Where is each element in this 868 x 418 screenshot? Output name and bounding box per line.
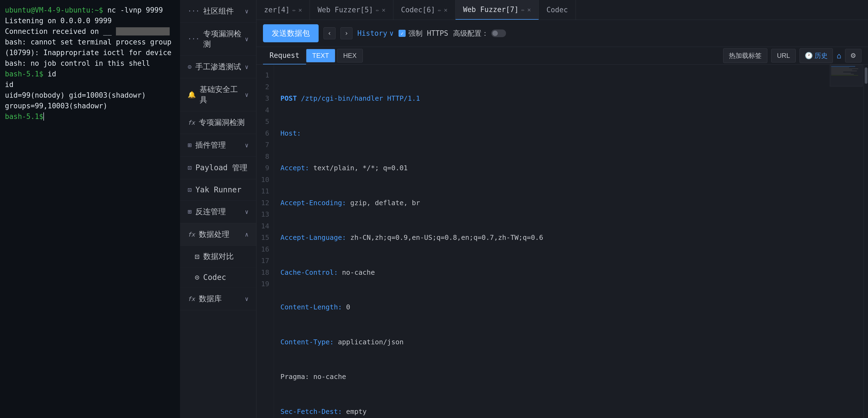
- line-numbers: 1 2 3 4 5 6 7 8 9 10 11 12 13 14 15 16 1…: [256, 65, 274, 418]
- tab-label: Web Fuzzer[5]: [317, 6, 373, 14]
- scroll-track[interactable]: [864, 65, 868, 418]
- https-checkbox-group: ✓ 强制 HTTPS: [399, 29, 448, 38]
- editor-minimap: [830, 65, 863, 87]
- send-button[interactable]: 发送数据包: [263, 24, 319, 42]
- compare-icon: ⊡: [195, 252, 199, 261]
- advanced-label: 高级配置：: [453, 29, 489, 38]
- tab-webfuzzer7[interactable]: Web Fuzzer[7] ✏ ✕: [456, 0, 539, 20]
- tab-label: Codec[6]: [401, 6, 435, 14]
- tab-codec6[interactable]: Codec[6] ✏ ✕: [393, 0, 456, 20]
- sidebar-item-reverse[interactable]: ⊞ 反连管理 ∨: [180, 201, 256, 223]
- chevron-down-icon: ∨: [245, 8, 249, 15]
- sidebar-item-vuln1[interactable]: ··· 专项漏洞检测 ∨: [180, 23, 256, 56]
- chevron-down-icon: ∨: [245, 36, 249, 42]
- terminal-prompt-2: bash-5.1$: [5, 70, 43, 78]
- vuln2-icon: fx: [188, 119, 195, 126]
- clock-icon: 🕐: [805, 52, 813, 59]
- sidebar-item-plugins[interactable]: ⊞ 插件管理 ∨: [180, 134, 256, 157]
- sidebar-sub-label: Codec: [203, 273, 226, 282]
- code-line-4: Accept-Encoding: gzip, deflate, br: [280, 197, 857, 209]
- community-icon: ···: [188, 7, 199, 15]
- sidebar-sub-label: 数据对比: [203, 251, 234, 262]
- terminal-line-4: bash: cannot set terminal process group …: [5, 37, 175, 58]
- sidebar-item-label: 基础安全工具: [200, 84, 245, 105]
- payload-icon: ⊡: [188, 164, 191, 172]
- history-button[interactable]: History ∨: [358, 29, 394, 37]
- code-line-9: Pragma: no-cache: [280, 371, 857, 383]
- sidebar-sub-item-compare[interactable]: ⊡ 数据对比: [180, 246, 256, 267]
- url-button[interactable]: URL: [771, 49, 796, 62]
- advanced-toggle[interactable]: [491, 29, 506, 37]
- close-icon[interactable]: ✕: [444, 6, 447, 13]
- https-checkbox[interactable]: ✓: [399, 30, 406, 37]
- tab-label: Codec: [547, 6, 568, 14]
- terminal-line-8: uid=99(nobody) gid=10003(shadowr) groups…: [5, 90, 175, 111]
- terminal-line-9: bash-5.1$: [5, 111, 175, 122]
- prev-button[interactable]: ‹: [323, 27, 336, 39]
- sidebar-item-label: 反连管理: [195, 207, 226, 217]
- history-label: 历史: [814, 51, 828, 60]
- sidebar-item-label: Yak Runner: [195, 185, 241, 194]
- hot-load-button[interactable]: 热加载标签: [723, 48, 767, 63]
- settings-button[interactable]: ⚙: [845, 49, 862, 62]
- edit-icon[interactable]: ✏: [292, 6, 296, 13]
- code-line-6: Cache-Control: no-cache: [280, 267, 857, 278]
- yakrunner-icon: ⊡: [188, 186, 191, 194]
- history-icon-button[interactable]: 🕐 历史: [800, 48, 833, 63]
- sidebar-item-vuln2[interactable]: fx 专项漏洞检测: [180, 111, 256, 134]
- toolbar-right: 热加载标签 URL 🕐 历史 ⌂ ⚙: [723, 48, 862, 63]
- terminal-line-2: Listening on 0.0.0.0 9999: [5, 16, 175, 26]
- chevron-down-icon: ∨: [245, 296, 249, 302]
- code-line-7: Content-Length: 0: [280, 301, 857, 313]
- sidebar-item-label: 数据处理: [199, 229, 229, 240]
- code-line-1: POST /ztp/cgi-bin/handler HTTP/1.1: [280, 93, 857, 104]
- sidebar-item-basic[interactable]: 🔔 基础安全工具 ∨: [180, 78, 256, 111]
- edit-icon[interactable]: ✏: [521, 6, 525, 13]
- next-button[interactable]: ›: [340, 27, 352, 39]
- code-line-2: Host:: [280, 128, 857, 140]
- sidebar-item-label: 专项漏洞检测: [199, 117, 245, 128]
- history-label: History: [358, 29, 388, 37]
- terminal-line-1: ubuntu@VM-4-9-ubuntu:~$ nc -lvnp 9999: [5, 5, 175, 16]
- tab-webfuzzer5[interactable]: Web Fuzzer[5] ✏ ✕: [310, 0, 393, 20]
- sidebar-item-payload[interactable]: ⊡ Payload 管理: [180, 157, 256, 179]
- sidebar-item-label: 社区组件: [203, 6, 234, 17]
- terminal-line-6: bash-5.1$ id: [5, 69, 175, 80]
- reverse-icon: ⊞: [188, 208, 191, 215]
- tab-label: zer[4]: [264, 6, 290, 14]
- text-format-btn[interactable]: TEXT: [306, 49, 335, 62]
- sidebar-item-data[interactable]: fx 数据处理 ∧: [180, 223, 256, 246]
- sidebar-item-yakrunner[interactable]: ⊡ Yak Runner: [180, 179, 256, 201]
- data-icon: fx: [188, 231, 195, 238]
- code-editor[interactable]: 1 2 3 4 5 6 7 8 9 10 11 12 13 14 15 16 1…: [256, 65, 868, 418]
- scroll-thumb[interactable]: [865, 67, 867, 84]
- tab-request[interactable]: Request: [263, 47, 306, 64]
- edit-icon[interactable]: ✏: [438, 6, 441, 13]
- request-tabs: Request TEXT HEX 热加载标签 URL 🕐 历史 ⌂ ⚙: [256, 47, 868, 65]
- sidebar-item-community[interactable]: ··· 社区组件 ∨: [180, 0, 256, 23]
- chevron-up-icon: ∧: [245, 231, 249, 238]
- sidebar-item-manual[interactable]: ⊙ 手工渗透测试 ∨: [180, 56, 256, 78]
- hex-format-btn[interactable]: HEX: [337, 49, 363, 62]
- manual-icon: ⊙: [188, 63, 191, 71]
- close-icon[interactable]: ✕: [299, 6, 302, 13]
- gear-icon: ⚙: [850, 52, 856, 59]
- tab-zer4[interactable]: zer[4] ✏ ✕: [256, 0, 310, 20]
- terminal-panel: ubuntu@VM-4-9-ubuntu:~$ nc -lvnp 9999 Li…: [0, 0, 180, 418]
- sidebar-item-label: Payload 管理: [195, 162, 247, 173]
- code-line-3: Accept: text/plain, */*; q=0.01: [280, 162, 857, 174]
- code-content[interactable]: POST /ztp/cgi-bin/handler HTTP/1.1 Host:…: [274, 65, 864, 418]
- main-area: zer[4] ✏ ✕ Web Fuzzer[5] ✏ ✕ Codec[6] ✏ …: [256, 0, 868, 418]
- vuln1-icon: ···: [188, 35, 199, 43]
- sidebar: ··· 社区组件 ∨ ··· 专项漏洞检测 ∨ ⊙ 手工渗透测试 ∨ 🔔 基础安…: [180, 0, 256, 418]
- sidebar-sub-item-codec[interactable]: ⊙ Codec: [180, 267, 256, 288]
- close-icon[interactable]: ✕: [382, 6, 385, 13]
- tab-codec[interactable]: Codec: [539, 0, 576, 20]
- db-icon: fx: [188, 296, 195, 302]
- close-icon[interactable]: ✕: [527, 6, 531, 13]
- chevron-down-icon: ∨: [245, 142, 249, 149]
- sidebar-item-label: 专项漏洞检测: [203, 29, 245, 50]
- toolbar: 发送数据包 ‹ › History ∨ ✓ 强制 HTTPS 高级配置：: [256, 20, 868, 47]
- edit-icon[interactable]: ✏: [376, 6, 379, 13]
- sidebar-item-db[interactable]: fx 数据库 ∨: [180, 288, 256, 310]
